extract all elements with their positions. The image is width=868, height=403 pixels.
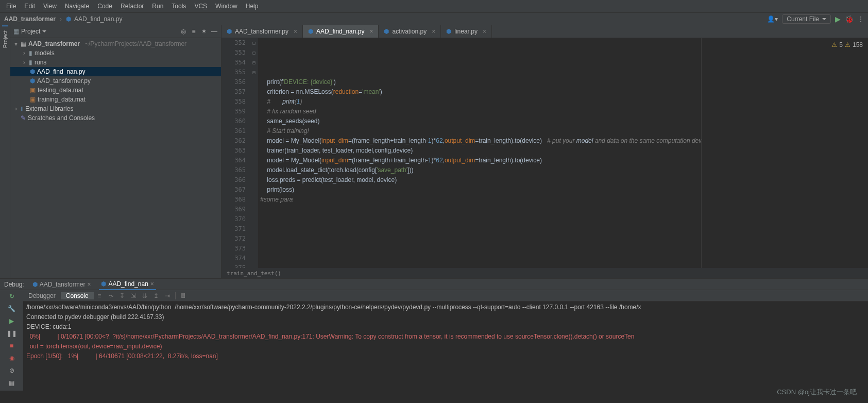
close-icon[interactable]: × bbox=[483, 28, 486, 35]
navigation-bar: AAD_transformer ⬢ AAD_find_nan.py 👤▾ Cur… bbox=[0, 13, 868, 25]
debug-tool-window: Debug: ⬢ AAD_tansformer × ⬢ AAD_find_nan… bbox=[0, 278, 868, 391]
mat-icon: ▣ bbox=[30, 87, 36, 94]
breadcrumb-file[interactable]: AAD_find_nan.py bbox=[74, 15, 122, 23]
warning-icon: ⚠ bbox=[831, 40, 837, 50]
chevron-down-icon bbox=[822, 18, 826, 20]
watermark: CSDN @oj让我卡过一条吧 bbox=[777, 388, 857, 397]
menu-view[interactable]: View bbox=[39, 2, 61, 11]
tree-external-libs[interactable]: ›⫴ External Libraries bbox=[10, 104, 221, 113]
run-config-select[interactable]: Current File bbox=[782, 14, 831, 24]
run-icon[interactable]: ▶ bbox=[835, 15, 841, 23]
settings-icon[interactable]: ✶ bbox=[200, 28, 208, 35]
user-icon[interactable]: 👤▾ bbox=[767, 15, 778, 23]
resume-icon[interactable]: ▶ bbox=[8, 317, 16, 325]
menu-run[interactable]: Run bbox=[148, 2, 167, 11]
menu-window[interactable]: Window bbox=[211, 2, 242, 11]
menu-edit[interactable]: Edit bbox=[20, 2, 39, 11]
more-run-icon[interactable]: ⋮ bbox=[858, 15, 864, 23]
tree-file[interactable]: ▣ training_data.mat bbox=[10, 95, 221, 104]
folder-icon: ▦ bbox=[13, 28, 19, 35]
step-into-my-icon[interactable]: ⇲ bbox=[129, 291, 138, 300]
breadcrumb-root[interactable]: AAD_transformer bbox=[4, 15, 56, 23]
menubar: File Edit View Navigate Code Refactor Ru… bbox=[0, 0, 868, 13]
evaluate-icon[interactable]: 🖩 bbox=[179, 291, 188, 300]
editor-breadcrumb[interactable]: train_and_test() bbox=[222, 268, 868, 278]
tree-file[interactable]: ▣ testing_data.mat bbox=[10, 86, 221, 95]
tree-file[interactable]: ⬢ AAD_tansformer.py bbox=[10, 76, 221, 86]
tree-root[interactable]: ▾ ▦ AAD_transformer ~/PycharmProjects/AA… bbox=[10, 39, 221, 48]
close-icon[interactable]: × bbox=[369, 28, 373, 35]
code-area[interactable]: ⚠5 ⚠158 print(f'DEVICE: {device}') crite… bbox=[258, 38, 868, 268]
folder-icon: ▮ bbox=[29, 59, 32, 66]
show-frames-icon[interactable]: ≡ bbox=[95, 291, 104, 300]
locate-icon[interactable]: ◎ bbox=[180, 28, 187, 35]
close-icon[interactable]: × bbox=[150, 280, 154, 288]
line-gutter[interactable]: 352 353 354 355 356 357 358 359 360 361 … bbox=[222, 38, 250, 268]
chevron-down-icon bbox=[42, 30, 46, 32]
step-into-icon[interactable]: ↧ bbox=[117, 291, 127, 300]
menu-help[interactable]: Help bbox=[242, 2, 263, 11]
mute-bp-icon[interactable]: ⊘ bbox=[8, 366, 16, 375]
close-icon[interactable]: × bbox=[294, 28, 297, 35]
menu-code[interactable]: Code bbox=[93, 2, 116, 11]
run-to-cursor-icon[interactable]: ⇥ bbox=[163, 291, 172, 300]
python-icon: ⬢ bbox=[227, 28, 232, 35]
editor-tab[interactable]: ⬢ activation.py× bbox=[379, 25, 441, 38]
tree-file[interactable]: ⬢ AAD_find_nan.py bbox=[10, 67, 221, 76]
debug-action-strip: ↻ 🔧 ▶ ❚❚ ■ ◉ ⊘ ▦ bbox=[0, 290, 23, 391]
menu-navigate[interactable]: Navigate bbox=[61, 2, 93, 11]
menu-refactor[interactable]: Refactor bbox=[116, 2, 148, 11]
force-step-icon[interactable]: ⇊ bbox=[140, 291, 149, 300]
project-pane: ▦ Project ◎ ≡ ✶ — ▾ ▦ AAD_transformer ~/… bbox=[10, 25, 222, 278]
project-tool-tab[interactable]: Project bbox=[2, 25, 8, 52]
project-tree[interactable]: ▾ ▦ AAD_transformer ~/PycharmProjects/AA… bbox=[10, 38, 221, 278]
expand-all-icon[interactable]: ≡ bbox=[190, 28, 197, 35]
tree-scratches[interactable]: ✎ Scratches and Consoles bbox=[10, 113, 221, 123]
editor-tab[interactable]: ⬢ AAD_tansformer.py× bbox=[222, 25, 303, 38]
console-subtab[interactable]: Console bbox=[61, 292, 94, 299]
close-icon[interactable]: × bbox=[87, 281, 91, 288]
tree-folder[interactable]: ›▮ models bbox=[10, 48, 221, 58]
folder-icon: ▮ bbox=[29, 49, 32, 57]
python-icon: ⬢ bbox=[32, 281, 38, 288]
python-icon: ⬢ bbox=[30, 68, 35, 75]
python-icon: ⬢ bbox=[101, 280, 106, 288]
modify-run-icon[interactable]: 🔧 bbox=[8, 305, 16, 313]
menu-tools[interactable]: Tools bbox=[167, 2, 190, 11]
pause-icon[interactable]: ❚❚ bbox=[8, 329, 16, 338]
fold-gutter[interactable]: ⊟ ⊟ ⊟ ⊟ bbox=[250, 38, 258, 268]
hide-icon[interactable]: — bbox=[211, 28, 218, 35]
editor-tabbar: ⬢ AAD_tansformer.py× ⬢ AAD_find_nan.py× … bbox=[222, 25, 868, 38]
scratch-icon: ✎ bbox=[21, 114, 26, 122]
editor-inspections[interactable]: ⚠5 ⚠158 bbox=[831, 40, 863, 50]
menu-file[interactable]: File bbox=[2, 2, 20, 11]
project-pane-title[interactable]: ▦ Project bbox=[13, 28, 46, 35]
console-output[interactable]: /home/xxr/software/miniconda3/envs/AAD/b… bbox=[23, 301, 868, 391]
module-icon: ▦ bbox=[21, 40, 26, 47]
python-icon: ⬢ bbox=[446, 28, 451, 35]
python-icon: ⬢ bbox=[308, 28, 313, 35]
step-over-icon[interactable]: ⤼ bbox=[106, 291, 115, 300]
tree-folder[interactable]: ›▮ runs bbox=[10, 58, 221, 67]
layout-icon[interactable]: ▦ bbox=[8, 379, 16, 387]
editor-tab[interactable]: ⬢ linear.py× bbox=[441, 25, 492, 38]
debug-session-tab[interactable]: ⬢ AAD_tansformer × bbox=[30, 279, 93, 290]
debug-label: Debug: bbox=[4, 281, 24, 288]
rerun-icon[interactable]: ↻ bbox=[8, 292, 16, 300]
editor-body[interactable]: 352 353 354 355 356 357 358 359 360 361 … bbox=[222, 38, 868, 268]
debug-icon[interactable]: 🐞 bbox=[845, 15, 854, 23]
step-out-icon[interactable]: ↥ bbox=[151, 291, 161, 300]
right-margin-line bbox=[701, 38, 702, 268]
breadcrumb-sep bbox=[59, 15, 63, 23]
library-icon: ⫴ bbox=[21, 105, 23, 112]
editor-tab[interactable]: ⬢ AAD_find_nan.py× bbox=[303, 25, 379, 38]
breakpoints-icon[interactable]: ◉ bbox=[8, 354, 16, 362]
debug-session-tab[interactable]: ⬢ AAD_find_nan × bbox=[99, 279, 156, 290]
mat-icon: ▣ bbox=[30, 96, 36, 103]
menu-vcs[interactable]: VCS bbox=[190, 2, 211, 11]
debugger-subtab[interactable]: Debugger bbox=[23, 292, 61, 299]
stop-icon[interactable]: ■ bbox=[8, 342, 16, 350]
tool-strip-left: Project bbox=[0, 25, 10, 278]
python-icon: ⬢ bbox=[66, 15, 71, 23]
close-icon[interactable]: × bbox=[432, 28, 435, 35]
